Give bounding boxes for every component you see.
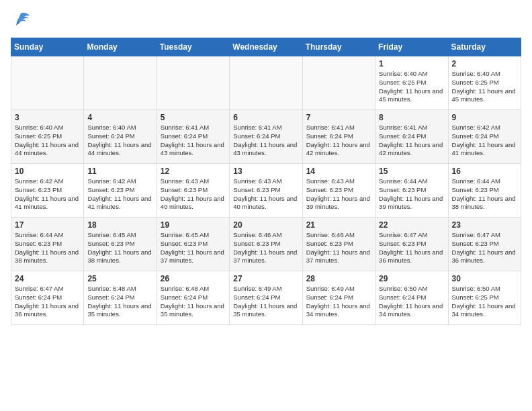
calendar-cell xyxy=(11,56,84,110)
calendar-cell: 17Sunrise: 6:44 AM Sunset: 6:23 PM Dayli… xyxy=(11,218,84,271)
logo-bird-icon xyxy=(11,11,31,30)
day-info: Sunrise: 6:41 AM Sunset: 6:24 PM Dayligh… xyxy=(306,124,371,158)
calendar-cell: 6Sunrise: 6:41 AM Sunset: 6:24 PM Daylig… xyxy=(230,110,302,164)
day-info: Sunrise: 6:40 AM Sunset: 6:25 PM Dayligh… xyxy=(15,124,80,158)
calendar-cell xyxy=(230,56,302,110)
day-info: Sunrise: 6:50 AM Sunset: 6:24 PM Dayligh… xyxy=(379,285,444,319)
day-info: Sunrise: 6:43 AM Sunset: 6:23 PM Dayligh… xyxy=(161,177,226,212)
calendar-cell: 16Sunrise: 6:44 AM Sunset: 6:23 PM Dayli… xyxy=(448,164,521,218)
calendar-week-row: 3Sunrise: 6:40 AM Sunset: 6:25 PM Daylig… xyxy=(11,110,521,164)
day-number: 12 xyxy=(161,167,226,176)
day-number: 4 xyxy=(87,113,152,122)
day-number: 24 xyxy=(15,274,80,283)
calendar-cell: 15Sunrise: 6:44 AM Sunset: 6:23 PM Dayli… xyxy=(375,164,448,218)
day-info: Sunrise: 6:41 AM Sunset: 6:24 PM Dayligh… xyxy=(161,124,226,158)
day-header-sunday: Sunday xyxy=(11,38,84,56)
calendar-cell: 23Sunrise: 6:47 AM Sunset: 6:23 PM Dayli… xyxy=(448,218,521,271)
day-header-thursday: Thursday xyxy=(302,38,375,56)
day-info: Sunrise: 6:43 AM Sunset: 6:23 PM Dayligh… xyxy=(306,177,371,212)
day-info: Sunrise: 6:47 AM Sunset: 6:23 PM Dayligh… xyxy=(379,231,444,265)
day-number: 10 xyxy=(15,167,80,176)
day-header-tuesday: Tuesday xyxy=(157,38,229,56)
calendar-cell: 1Sunrise: 6:40 AM Sunset: 6:25 PM Daylig… xyxy=(375,56,448,110)
calendar-cell: 25Sunrise: 6:48 AM Sunset: 6:24 PM Dayli… xyxy=(84,271,157,325)
day-number: 1 xyxy=(379,59,444,68)
calendar-cell xyxy=(302,56,375,110)
day-info: Sunrise: 6:50 AM Sunset: 6:25 PM Dayligh… xyxy=(452,285,517,319)
day-number: 25 xyxy=(87,274,152,283)
day-info: Sunrise: 6:45 AM Sunset: 6:23 PM Dayligh… xyxy=(87,231,152,265)
day-number: 7 xyxy=(306,113,371,122)
day-info: Sunrise: 6:42 AM Sunset: 6:24 PM Dayligh… xyxy=(452,124,517,158)
calendar-week-row: 24Sunrise: 6:47 AM Sunset: 6:24 PM Dayli… xyxy=(11,271,521,325)
calendar-cell: 12Sunrise: 6:43 AM Sunset: 6:23 PM Dayli… xyxy=(157,164,229,218)
calendar-cell: 5Sunrise: 6:41 AM Sunset: 6:24 PM Daylig… xyxy=(157,110,229,164)
day-number: 27 xyxy=(233,274,298,283)
calendar-cell: 7Sunrise: 6:41 AM Sunset: 6:24 PM Daylig… xyxy=(302,110,375,164)
calendar-cell: 9Sunrise: 6:42 AM Sunset: 6:24 PM Daylig… xyxy=(448,110,521,164)
day-info: Sunrise: 6:41 AM Sunset: 6:24 PM Dayligh… xyxy=(379,124,444,158)
calendar-cell: 19Sunrise: 6:45 AM Sunset: 6:23 PM Dayli… xyxy=(157,218,229,271)
day-info: Sunrise: 6:44 AM Sunset: 6:23 PM Dayligh… xyxy=(452,177,517,212)
calendar-cell: 11Sunrise: 6:42 AM Sunset: 6:23 PM Dayli… xyxy=(84,164,157,218)
calendar-cell: 4Sunrise: 6:40 AM Sunset: 6:24 PM Daylig… xyxy=(84,110,157,164)
day-number: 6 xyxy=(233,113,298,122)
calendar-table: SundayMondayTuesdayWednesdayThursdayFrid… xyxy=(11,38,521,325)
day-number: 17 xyxy=(15,220,80,230)
day-number: 8 xyxy=(379,113,444,122)
calendar-cell: 26Sunrise: 6:48 AM Sunset: 6:24 PM Dayli… xyxy=(157,271,229,325)
day-header-saturday: Saturday xyxy=(448,38,521,56)
day-number: 23 xyxy=(452,220,517,230)
day-info: Sunrise: 6:40 AM Sunset: 6:25 PM Dayligh… xyxy=(379,70,444,104)
calendar-cell: 27Sunrise: 6:49 AM Sunset: 6:24 PM Dayli… xyxy=(230,271,302,325)
day-number: 20 xyxy=(233,220,298,230)
day-number: 11 xyxy=(87,167,152,176)
calendar-week-row: 1Sunrise: 6:40 AM Sunset: 6:25 PM Daylig… xyxy=(11,56,521,110)
calendar-cell xyxy=(157,56,229,110)
day-info: Sunrise: 6:41 AM Sunset: 6:24 PM Dayligh… xyxy=(233,124,298,158)
day-number: 21 xyxy=(306,220,371,230)
day-info: Sunrise: 6:47 AM Sunset: 6:23 PM Dayligh… xyxy=(452,231,517,265)
day-number: 2 xyxy=(452,59,517,68)
calendar-cell: 28Sunrise: 6:49 AM Sunset: 6:24 PM Dayli… xyxy=(302,271,375,325)
day-number: 28 xyxy=(306,274,371,283)
calendar-week-row: 10Sunrise: 6:42 AM Sunset: 6:23 PM Dayli… xyxy=(11,164,521,218)
day-info: Sunrise: 6:46 AM Sunset: 6:23 PM Dayligh… xyxy=(306,231,371,265)
calendar-cell: 29Sunrise: 6:50 AM Sunset: 6:24 PM Dayli… xyxy=(375,271,448,325)
page-header xyxy=(11,11,521,30)
calendar-header-row: SundayMondayTuesdayWednesdayThursdayFrid… xyxy=(11,38,521,56)
day-info: Sunrise: 6:40 AM Sunset: 6:24 PM Dayligh… xyxy=(87,124,152,158)
day-info: Sunrise: 6:46 AM Sunset: 6:23 PM Dayligh… xyxy=(233,231,298,265)
day-number: 15 xyxy=(379,167,444,176)
day-header-monday: Monday xyxy=(84,38,157,56)
day-info: Sunrise: 6:42 AM Sunset: 6:23 PM Dayligh… xyxy=(15,177,80,212)
calendar-cell: 10Sunrise: 6:42 AM Sunset: 6:23 PM Dayli… xyxy=(11,164,84,218)
day-number: 14 xyxy=(306,167,371,176)
calendar-week-row: 17Sunrise: 6:44 AM Sunset: 6:23 PM Dayli… xyxy=(11,218,521,271)
calendar-cell: 20Sunrise: 6:46 AM Sunset: 6:23 PM Dayli… xyxy=(230,218,302,271)
day-info: Sunrise: 6:40 AM Sunset: 6:25 PM Dayligh… xyxy=(452,70,517,104)
calendar-cell: 18Sunrise: 6:45 AM Sunset: 6:23 PM Dayli… xyxy=(84,218,157,271)
day-number: 29 xyxy=(379,274,444,283)
day-number: 26 xyxy=(161,274,226,283)
day-number: 9 xyxy=(452,113,517,122)
calendar-cell: 14Sunrise: 6:43 AM Sunset: 6:23 PM Dayli… xyxy=(302,164,375,218)
day-info: Sunrise: 6:49 AM Sunset: 6:24 PM Dayligh… xyxy=(306,285,371,319)
day-info: Sunrise: 6:48 AM Sunset: 6:24 PM Dayligh… xyxy=(87,285,152,319)
calendar-cell: 24Sunrise: 6:47 AM Sunset: 6:24 PM Dayli… xyxy=(11,271,84,325)
day-info: Sunrise: 6:43 AM Sunset: 6:23 PM Dayligh… xyxy=(233,177,298,212)
day-number: 16 xyxy=(452,167,517,176)
day-header-wednesday: Wednesday xyxy=(230,38,302,56)
day-info: Sunrise: 6:49 AM Sunset: 6:24 PM Dayligh… xyxy=(233,285,298,319)
day-number: 18 xyxy=(87,220,152,230)
day-number: 30 xyxy=(452,274,517,283)
day-info: Sunrise: 6:44 AM Sunset: 6:23 PM Dayligh… xyxy=(15,231,80,265)
day-info: Sunrise: 6:47 AM Sunset: 6:24 PM Dayligh… xyxy=(15,285,80,319)
day-number: 13 xyxy=(233,167,298,176)
calendar-cell: 21Sunrise: 6:46 AM Sunset: 6:23 PM Dayli… xyxy=(302,218,375,271)
day-number: 19 xyxy=(161,220,226,230)
day-number: 22 xyxy=(379,220,444,230)
calendar-cell: 2Sunrise: 6:40 AM Sunset: 6:25 PM Daylig… xyxy=(448,56,521,110)
calendar-cell xyxy=(84,56,157,110)
calendar-cell: 8Sunrise: 6:41 AM Sunset: 6:24 PM Daylig… xyxy=(375,110,448,164)
